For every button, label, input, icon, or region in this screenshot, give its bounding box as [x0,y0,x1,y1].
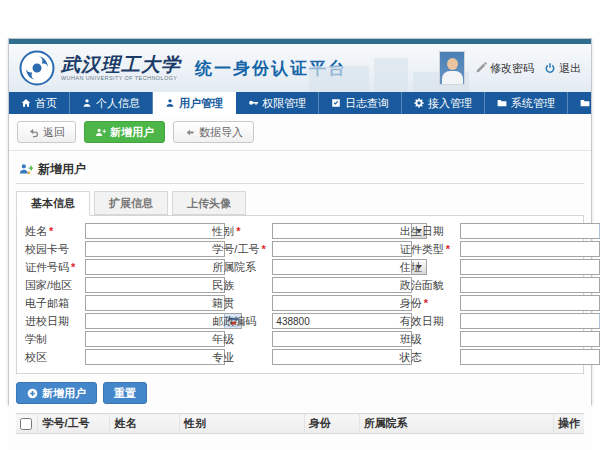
birth-date-input[interactable] [461,224,599,238]
email-input[interactable] [86,296,224,310]
field-label-text: 专业 [212,351,234,363]
campus-card-no-input[interactable] [86,242,224,256]
table-header-2: 性别 [180,414,305,434]
form-grid: 姓名*校园卡号证件号码*国家/地区电子邮箱进校日期学制校区性别*学号/工号*所属… [19,222,581,366]
major-input[interactable] [273,350,411,364]
grade-input[interactable] [273,332,411,346]
field-label-text: 所属院系 [212,261,256,273]
postal-code-input[interactable] [273,314,411,328]
id-number-input[interactable] [86,260,224,274]
university-name-en: WUHAN UNIVERSITY OF TECHNOLOGY [61,76,181,82]
form-field-address: 住址 [400,258,573,276]
input-box-identity [460,295,600,311]
field-label-political-status: 政治面貌 [400,278,460,293]
field-label-text: 进校日期 [25,315,69,327]
form-field-name: 姓名* [25,222,198,240]
logout-link[interactable]: 退出 [544,61,581,76]
input-box-major [272,349,412,365]
required-asterisk: * [424,297,428,309]
field-label-student-staff-id: 学号/工号* [212,242,272,257]
home-icon [21,98,31,108]
input-box-country-region [85,277,225,293]
gender-input[interactable] [273,224,411,238]
app-header: 武汉理工大学 WUHAN UNIVERSITY OF TECHNOLOGY 统一… [9,44,591,92]
status-input[interactable] [461,350,599,364]
nav-item-5[interactable]: 接入管理 [402,92,485,114]
basic-info-form: 姓名*校园卡号证件号码*国家/地区电子邮箱进校日期学制校区性别*学号/工号*所属… [16,215,584,374]
valid-date-input[interactable] [461,314,599,328]
field-label-birth-date: 出生日期 [400,224,460,239]
ethnicity-input[interactable] [273,278,411,292]
nav-item-4[interactable]: 日志查询 [319,92,402,114]
field-label-gender: 性别* [212,224,272,239]
field-label-id-type: 证件类型* [400,242,460,257]
data-import-button[interactable]: 数据导入 [173,121,254,143]
add-user-panel: 新增用户 基本信息扩展信息上传头像 姓名*校园卡号证件号码*国家/地区电子邮箱进… [16,155,584,434]
field-label-campus: 校区 [25,350,85,365]
field-label-text: 学号/工号 [212,243,259,255]
table-header-row: 学号/工号姓名性别身份所属院系操作 [16,414,584,434]
nav-item-label: 日志查询 [345,96,389,111]
avatar-shirt [442,71,463,85]
required-asterisk: * [236,225,240,237]
change-password-link[interactable]: 修改密码 [475,61,534,76]
input-box-id-type [460,241,600,257]
field-label-text: 班级 [400,333,422,345]
table-header-0: 学号/工号 [38,414,110,434]
id-type-input[interactable] [461,242,599,256]
country-region-input[interactable] [86,278,224,292]
form-field-campus: 校区 [25,348,198,366]
select-all-checkbox[interactable] [20,418,32,430]
nav-item-label: 系统管理 [511,96,555,111]
form-column-2: 出生日期证件类型*住址政治面貌身份*有效日期班级状态 [394,222,581,366]
field-label-text: 证件类型 [400,243,444,255]
campus-input[interactable] [86,350,224,364]
nav-item-0[interactable]: 首页 [9,92,70,114]
field-label-campus-card-no: 校园卡号 [25,242,85,257]
nav-item-6[interactable]: 系统管理 [485,92,568,114]
toolbar-add-user-button[interactable]: 新增用户 [84,121,165,143]
tab-1[interactable]: 扩展信息 [94,191,168,215]
department-input[interactable] [273,260,411,274]
field-label-grade: 年级 [212,332,272,347]
field-label-text: 有效日期 [400,315,444,327]
nav-item-2[interactable]: 用户管理 [153,92,236,114]
pencil-icon [475,62,487,74]
nav-item-3[interactable]: 权限管理 [236,92,319,114]
submit-add-user-button[interactable]: 新增用户 [16,382,97,404]
tab-2[interactable]: 上传头像 [172,191,246,215]
study-length-input[interactable] [86,332,224,346]
form-field-native-place: 籍贯 [212,294,385,312]
nav-item-7[interactable]: 订阅管理 [568,92,600,114]
native-place-input[interactable] [273,296,411,310]
field-label-text: 身份 [400,297,422,309]
nav-item-label: 接入管理 [428,96,472,111]
enroll-date-input[interactable] [86,314,224,328]
field-label-country-region: 国家/地区 [25,278,85,293]
tab-0[interactable]: 基本信息 [16,191,90,216]
nav-item-label: 订阅管理 [594,96,600,111]
reset-button[interactable]: 重置 [103,382,147,404]
import-arrow-icon [184,127,195,138]
identity-input[interactable] [461,296,599,310]
user-icon [82,98,92,108]
input-box-study-length [85,331,225,347]
field-label-department: 所属院系 [212,260,272,275]
name-input[interactable] [86,224,224,238]
nav-item-1[interactable]: 个人信息 [70,92,153,114]
political-status-input[interactable] [461,278,599,292]
field-label-text: 性别 [212,225,234,237]
form-field-status: 状态 [400,348,573,366]
back-button[interactable]: 返回 [17,121,76,143]
student-staff-id-input[interactable] [273,242,411,256]
university-name: 武汉理工大学 [61,55,181,74]
address-input[interactable] [461,260,599,274]
field-label-ethnicity: 民族 [212,278,272,293]
submit-add-user-label: 新增用户 [42,386,86,401]
field-label-status: 状态 [400,350,460,365]
class-input[interactable] [461,332,599,346]
field-label-major: 专业 [212,350,272,365]
app-window: 武汉理工大学 WUHAN UNIVERSITY OF TECHNOLOGY 统一… [8,38,592,405]
field-label-text: 状态 [400,351,422,363]
form-field-email: 电子邮箱 [25,294,198,312]
